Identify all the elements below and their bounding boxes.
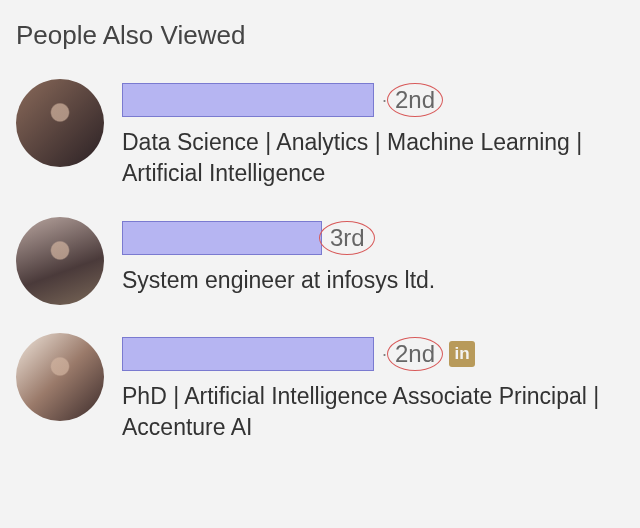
- name-row: 3rd: [122, 221, 624, 255]
- person-info: · 2nd in PhD | Artificial Intelligence A…: [122, 333, 624, 443]
- connection-dot: ·: [382, 90, 387, 111]
- connection-degree-text: 3rd: [328, 224, 367, 252]
- person-headline: PhD | Artificial Intelligence Associate …: [122, 381, 624, 443]
- name-row: · 2nd in: [122, 337, 624, 371]
- person-info: 3rd System engineer at infosys ltd.: [122, 217, 624, 296]
- connection-degree-text: 2nd: [393, 340, 437, 368]
- person-name-redacted[interactable]: [122, 221, 322, 255]
- person-name-redacted[interactable]: [122, 337, 374, 371]
- avatar[interactable]: [16, 217, 104, 305]
- person-item[interactable]: · 2nd in PhD | Artificial Intelligence A…: [16, 333, 624, 443]
- connection-degree: 2nd: [393, 340, 437, 368]
- person-headline: Data Science | Analytics | Machine Learn…: [122, 127, 624, 189]
- connection-degree: 3rd: [328, 224, 367, 252]
- person-name-redacted[interactable]: [122, 83, 374, 117]
- person-item[interactable]: · 2nd Data Science | Analytics | Machine…: [16, 79, 624, 189]
- person-item[interactable]: 3rd System engineer at infosys ltd.: [16, 217, 624, 305]
- connection-degree: 2nd: [393, 86, 437, 114]
- avatar[interactable]: [16, 333, 104, 421]
- linkedin-badge-icon: in: [449, 341, 475, 367]
- section-title: People Also Viewed: [16, 20, 624, 51]
- person-info: · 2nd Data Science | Analytics | Machine…: [122, 79, 624, 189]
- person-headline: System engineer at infosys ltd.: [122, 265, 624, 296]
- connection-degree-text: 2nd: [393, 86, 437, 114]
- name-row: · 2nd: [122, 83, 624, 117]
- connection-dot: ·: [382, 344, 387, 365]
- avatar[interactable]: [16, 79, 104, 167]
